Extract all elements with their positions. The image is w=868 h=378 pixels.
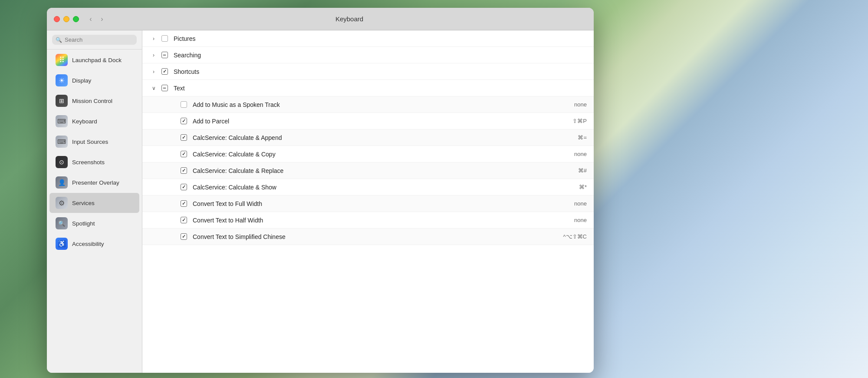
system-preferences-window: ‹ › Keyboard 🔍 ⠿ Launchpad & Dock ☀ Disp… (47, 8, 594, 373)
checkbox-calc-copy[interactable] (179, 149, 188, 159)
label-shortcuts: Shortcuts (171, 68, 561, 75)
shortcut-calc-show: ⌘* (561, 184, 587, 190)
checkbox-calc-append[interactable] (179, 133, 188, 143)
sidebar-label-input-sources: Input Sources (72, 139, 108, 145)
sidebar-item-services[interactable]: ⚙ Services (49, 193, 139, 213)
tree-row-pictures: › Pictures (142, 30, 594, 47)
services-list: › Pictures › Searching › Shortcuts ∨ Tex… (142, 30, 594, 245)
sidebar-item-mission-control[interactable]: ⊞ Mission Control (49, 91, 139, 111)
shortcut-calc-replace: ⌘# (561, 167, 587, 174)
sidebar-item-screenshots[interactable]: ⊙ Screenshots (49, 152, 139, 172)
checkbox-text[interactable] (160, 83, 169, 93)
sidebar-label-services: Services (72, 200, 95, 206)
sidebar-item-display[interactable]: ☀ Display (49, 70, 139, 90)
sidebar-icon-screenshots: ⊙ (56, 156, 68, 168)
checkbox-pictures[interactable] (160, 34, 169, 43)
label-add-to-parcel: Add to Parcel (190, 118, 561, 125)
sidebar-label-presenter-overlay: Presenter Overlay (72, 179, 119, 186)
sidebar-label-mission-control: Mission Control (72, 98, 112, 104)
label-convert-full: Convert Text to Full Width (190, 200, 561, 207)
sidebar-label-display: Display (72, 77, 91, 84)
sidebar-icon-presenter-overlay: 👤 (56, 176, 68, 189)
tree-row-text: ∨ Text (142, 80, 594, 96)
tree-row-calc-copy: CalcService: Calculate & Copy none (142, 146, 594, 162)
search-input-wrap[interactable]: 🔍 (52, 35, 137, 45)
shortcut-calc-copy: none (561, 151, 587, 157)
window-body: 🔍 ⠿ Launchpad & Dock ☀ Display ⊞ Mission… (47, 30, 594, 373)
tree-row-calc-show: CalcService: Calculate & Show ⌘* (142, 179, 594, 196)
sidebar-icon-services: ⚙ (56, 197, 68, 209)
label-pictures: Pictures (171, 35, 561, 42)
sidebar-icon-accessibility: ♿ (56, 238, 68, 250)
sidebar-icon-launchpad: ⠿ (56, 54, 68, 66)
sidebar-icon-mission-control: ⊞ (56, 95, 68, 107)
chevron-pictures[interactable]: › (149, 36, 158, 42)
maximize-button[interactable] (73, 16, 79, 22)
label-convert-half: Convert Text to Half Width (190, 217, 561, 224)
label-text: Text (171, 85, 561, 92)
chevron-shortcuts[interactable]: › (149, 69, 158, 75)
tree-row-add-to-parcel: Add to Parcel ⇧⌘P (142, 113, 594, 129)
tree-row-convert-simplified: Convert Text to Simplified Chinese ^⌥⇧⌘C (142, 229, 594, 245)
tree-row-add-to-music: Add to Music as a Spoken Track none (142, 96, 594, 113)
shortcut-convert-full: none (561, 200, 587, 207)
sidebar-icon-display: ☀ (56, 74, 68, 86)
forward-button[interactable]: › (97, 14, 107, 24)
label-calc-copy: CalcService: Calculate & Copy (190, 151, 561, 158)
checkbox-shortcuts[interactable] (160, 67, 169, 76)
back-button[interactable]: ‹ (86, 14, 95, 24)
search-input[interactable] (65, 36, 133, 43)
checkbox-add-to-music[interactable] (179, 100, 188, 109)
checkbox-add-to-parcel[interactable] (179, 116, 188, 126)
sidebar-label-keyboard: Keyboard (72, 118, 97, 125)
sidebar-item-keyboard[interactable]: ⌨ Keyboard (49, 111, 139, 131)
checkbox-calc-show[interactable] (179, 182, 188, 192)
sidebar-item-presenter-overlay[interactable]: 👤 Presenter Overlay (49, 172, 139, 192)
minimize-button[interactable] (63, 16, 69, 22)
shortcut-convert-simplified: ^⌥⇧⌘C (561, 233, 587, 240)
checkbox-searching[interactable] (160, 50, 169, 60)
label-convert-simplified: Convert Text to Simplified Chinese (190, 233, 561, 240)
sidebar-icon-keyboard: ⌨ (56, 115, 68, 127)
shortcut-add-to-music: none (561, 101, 587, 108)
close-button[interactable] (54, 16, 60, 22)
window-title: Keyboard (112, 15, 587, 23)
shortcut-add-to-parcel: ⇧⌘P (561, 118, 587, 124)
sidebar: 🔍 ⠿ Launchpad & Dock ☀ Display ⊞ Mission… (47, 30, 142, 373)
checkbox-convert-simplified[interactable] (179, 232, 188, 242)
shortcut-calc-append: ⌘= (561, 134, 587, 141)
main-content: › Pictures › Searching › Shortcuts ∨ Tex… (142, 30, 594, 373)
sidebar-icon-spotlight: 🔍 (56, 217, 68, 229)
search-bar: 🔍 (47, 30, 142, 50)
checkbox-convert-half[interactable] (179, 216, 188, 225)
sidebar-item-spotlight[interactable]: 🔍 Spotlight (49, 213, 139, 233)
sidebar-label-screenshots: Screenshots (72, 159, 105, 166)
label-searching: Searching (171, 52, 561, 59)
sidebar-item-accessibility[interactable]: ♿ Accessibility (49, 234, 139, 254)
label-calc-append: CalcService: Calculate & Append (190, 134, 561, 141)
sidebar-label-spotlight: Spotlight (72, 220, 95, 227)
tree-row-calc-append: CalcService: Calculate & Append ⌘= (142, 129, 594, 146)
label-add-to-music: Add to Music as a Spoken Track (190, 101, 561, 108)
label-calc-show: CalcService: Calculate & Show (190, 184, 561, 191)
tree-row-shortcuts: › Shortcuts (142, 63, 594, 80)
sidebar-items: ⠿ Launchpad & Dock ☀ Display ⊞ Mission C… (47, 50, 142, 254)
tree-row-calc-replace: CalcService: Calculate & Replace ⌘# (142, 162, 594, 179)
tree-row-searching: › Searching (142, 47, 594, 63)
traffic-lights (54, 16, 79, 22)
chevron-text[interactable]: ∨ (149, 85, 158, 91)
tree-row-convert-full: Convert Text to Full Width none (142, 196, 594, 212)
sidebar-item-launchpad[interactable]: ⠿ Launchpad & Dock (49, 50, 139, 70)
shortcut-convert-half: none (561, 217, 587, 223)
checkbox-convert-full[interactable] (179, 199, 188, 209)
sidebar-label-launchpad: Launchpad & Dock (72, 57, 122, 63)
label-calc-replace: CalcService: Calculate & Replace (190, 167, 561, 174)
titlebar: ‹ › Keyboard (47, 8, 594, 30)
nav-arrows: ‹ › (86, 14, 107, 24)
sidebar-item-input-sources[interactable]: ⌨ Input Sources (49, 132, 139, 152)
search-icon: 🔍 (56, 37, 62, 43)
chevron-searching[interactable]: › (149, 52, 158, 58)
sidebar-icon-input-sources: ⌨ (56, 136, 68, 148)
tree-row-convert-half: Convert Text to Half Width none (142, 212, 594, 229)
checkbox-calc-replace[interactable] (179, 166, 188, 176)
